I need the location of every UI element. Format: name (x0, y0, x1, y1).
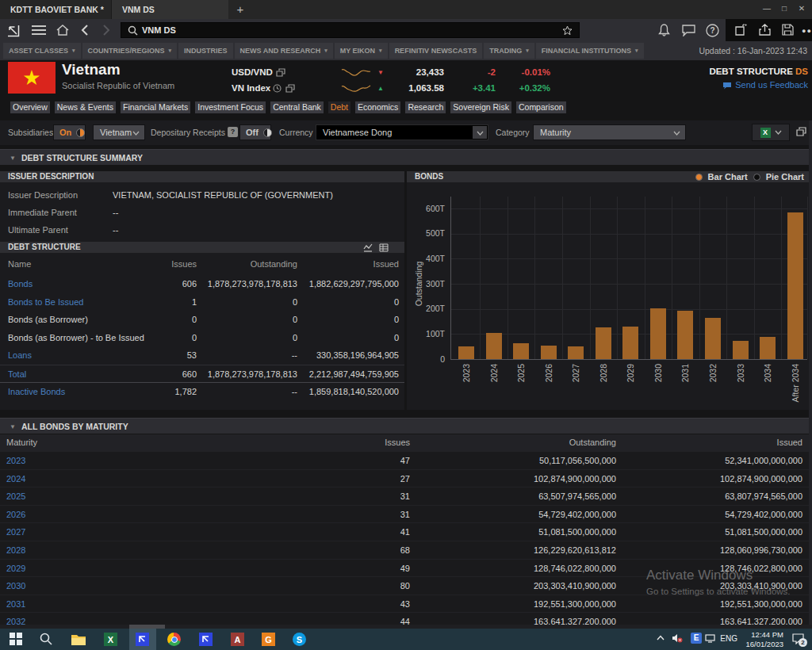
taskbar-clock[interactable]: 12:44 PM16/01/2023 (742, 630, 783, 648)
col-maturity[interactable]: Maturity (6, 434, 37, 451)
start-button[interactable] (10, 633, 22, 645)
menu-item-news-and-research[interactable]: NEWS AND RESEARCH▾ (235, 43, 333, 59)
excel-export-button[interactable]: X (752, 124, 790, 141)
maturity-year-link[interactable]: 2023 (6, 452, 25, 470)
country-select[interactable]: Vietnam (93, 124, 145, 140)
menu-item-industries[interactable]: INDUSTRIES (178, 43, 233, 59)
refinitiv-taskbar-icon[interactable] (136, 633, 149, 646)
window-close-button[interactable]: ✕ (793, 0, 810, 17)
nav-tab-central-bank[interactable]: Central Bank (270, 101, 324, 113)
col-outstanding[interactable]: Outstanding (569, 434, 616, 451)
popout-icon[interactable] (276, 68, 285, 77)
save-icon[interactable] (782, 24, 794, 36)
bell-icon[interactable] (658, 24, 670, 36)
chat-icon[interactable] (682, 25, 695, 36)
nav-tab-investment-focus[interactable]: Investment Focus (195, 101, 266, 113)
col-issued[interactable]: Issued (777, 434, 802, 451)
network-icon[interactable] (705, 634, 717, 643)
new-window-icon[interactable] (735, 24, 747, 36)
subsidiaries-toggle[interactable]: On (53, 124, 86, 140)
menu-item-trading[interactable]: TRADING▾ (484, 43, 534, 59)
vertical-scrollbar[interactable] (809, 120, 812, 625)
forward-button[interactable] (103, 25, 110, 36)
nav-tab-debt[interactable]: Debt (328, 101, 350, 113)
nav-tab-financial-markets[interactable]: Financial Markets (121, 101, 190, 113)
refinitiv-workspace-icon[interactable] (199, 633, 213, 646)
maturity-issued: 102,874,900,000,000 (720, 470, 802, 488)
share-icon[interactable] (759, 24, 771, 36)
maturity-year-link[interactable]: 2027 (6, 523, 25, 541)
refinitiv-logo-icon[interactable] (6, 24, 21, 37)
excel-taskbar-icon[interactable]: X (104, 633, 117, 646)
taskbar-search-icon[interactable] (40, 633, 52, 645)
skype-icon[interactable]: S (293, 633, 306, 646)
clock-date: 16/01/2023 (742, 640, 783, 649)
access-icon[interactable]: A (231, 633, 244, 646)
help-question-icon[interactable]: ? (228, 127, 238, 137)
issuer-row-label: Issuer Description (8, 190, 78, 200)
depositary-receipts-toggle[interactable]: Off (239, 124, 271, 140)
menu-item-financial-institutions[interactable]: FINANCIAL INSTITUTIONS▾ (536, 43, 644, 59)
browser-tab-active[interactable]: VNM DS (112, 0, 228, 19)
menu-item-asset-classes[interactable]: ASSET CLASSES▾ (3, 43, 81, 59)
volume-muted-icon[interactable] (672, 633, 683, 643)
new-tab-button[interactable]: + (232, 2, 248, 17)
section-header-maturity[interactable]: ▼ALL BONDS BY MATURITY (0, 418, 812, 434)
chrome-icon[interactable] (167, 633, 181, 646)
window-maximize-button[interactable]: □ (776, 0, 793, 17)
nav-tab-news-events[interactable]: News & Events (55, 101, 116, 113)
language-indicator[interactable]: ENG (720, 634, 737, 643)
favorite-star-icon[interactable] (562, 25, 573, 36)
browser-tab-inactive[interactable]: KDTT BAOVIET BANK * (0, 0, 112, 19)
feedback-icon (722, 82, 732, 90)
maturity-year-link[interactable]: 2025 (6, 488, 25, 506)
pair-label-vnindex[interactable]: VN Index (232, 83, 270, 93)
search-icon (128, 25, 138, 36)
feedback-link[interactable]: Send us Feedback (722, 80, 808, 90)
gridline-v (754, 197, 755, 359)
debt-structure-row-name[interactable]: Bonds (8, 275, 33, 293)
tray-e-icon[interactable]: E (691, 633, 702, 644)
search-input[interactable]: VNM DS (121, 22, 580, 38)
debt-structure-row-name: Bonds (as Borrower) - to Be Issued (8, 329, 144, 347)
nav-tab-comparison[interactable]: Comparison (516, 101, 566, 113)
debt-structure-row-name[interactable]: Total (8, 365, 26, 384)
nav-tab-research[interactable]: Research (405, 101, 446, 113)
col-issues[interactable]: Issues (385, 434, 410, 451)
currency-select[interactable]: Vietnamese Dong (316, 124, 488, 140)
section-header-summary[interactable]: ▼DEBT STRUCTURE SUMMARY (0, 149, 812, 165)
maturity-year-link[interactable]: 2029 (6, 560, 25, 578)
maturity-year-link[interactable]: 2024 (6, 470, 25, 488)
file-explorer-icon[interactable] (71, 633, 86, 645)
more-icon[interactable]: ●●● (802, 27, 812, 35)
maturity-year-link[interactable]: 2028 (6, 541, 25, 560)
maturity-year-link[interactable]: 2026 (6, 506, 25, 524)
menu-item-refinitiv-newscasts[interactable]: REFINITIV NEWSCASTS (389, 43, 483, 59)
pair-label-usdvnd[interactable]: USD/VND (232, 67, 273, 77)
menu-item-countries-regions[interactable]: COUNTRIES/REGIONS▾ (82, 43, 178, 59)
back-button[interactable] (81, 25, 88, 36)
debt-structure-row-name[interactable]: Inactive Bonds (8, 383, 65, 401)
popout-export-icon[interactable] (796, 127, 806, 136)
debt-structure-issues: 0 (192, 329, 197, 347)
maturity-year-link[interactable]: 2030 (6, 577, 25, 595)
category-select[interactable]: Maturity (533, 124, 686, 140)
orange-app-icon[interactable]: G (262, 633, 275, 646)
nav-tab-sovereign-risk[interactable]: Sovereign Risk (450, 101, 511, 113)
nav-tab-overview[interactable]: Overview (10, 101, 50, 113)
maturity-year-link[interactable]: 2031 (6, 595, 25, 614)
popout-icon-2[interactable] (285, 84, 295, 93)
nav-tab-economics[interactable]: Economics (355, 101, 400, 113)
tray-chevron-icon[interactable] (657, 635, 665, 640)
home-icon[interactable] (56, 24, 70, 36)
menu-item-my-eikon[interactable]: MY EIKON▾ (335, 43, 388, 59)
debt-structure-row-name[interactable]: Loans (8, 346, 32, 365)
debt-structure-row-name[interactable]: Bonds to Be Issued (8, 293, 83, 312)
window-minimize-button[interactable]: — (758, 0, 776, 17)
table-icon[interactable] (379, 243, 389, 252)
notifications-icon[interactable]: 2 (792, 633, 804, 644)
line-chart-icon[interactable] (363, 243, 373, 252)
help-icon[interactable]: ? (706, 24, 719, 37)
menu-icon[interactable] (32, 25, 46, 36)
currency-chevron-box[interactable] (473, 126, 487, 139)
